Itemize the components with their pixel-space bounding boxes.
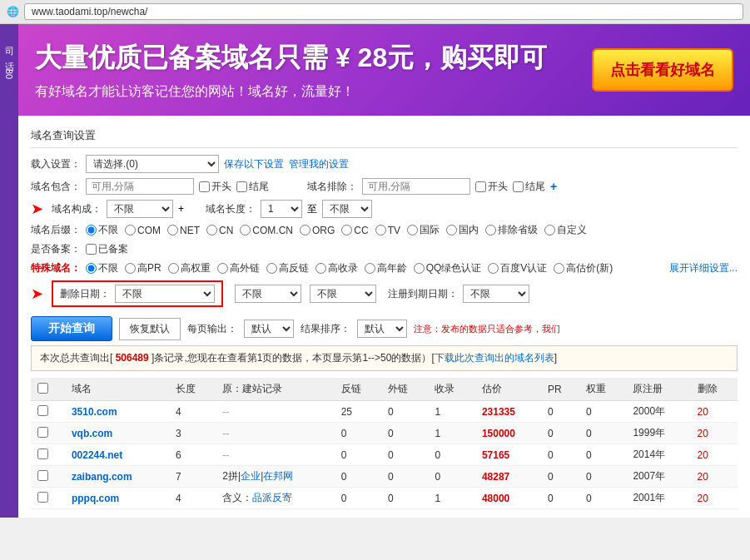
suffix-intl[interactable]: 国际 (407, 223, 440, 237)
archive-checkbox-item[interactable]: 已备案 (86, 242, 128, 256)
end-label: 结尾 (249, 180, 269, 194)
results-table: 域名 长度 原：建站记录 反链 外链 收录 估价 PR 权重 原注册 删除 (31, 378, 738, 509)
load-setting-select[interactable]: 请选择.(0) (86, 155, 219, 173)
col-indexed: 收录 (428, 378, 474, 401)
suffix-radio-unlimited[interactable] (86, 225, 97, 235)
start-checkbox[interactable] (199, 181, 210, 192)
exclude-start-checkbox[interactable] (475, 181, 486, 192)
end-checkbox[interactable] (236, 181, 247, 192)
reset-button[interactable]: 恢复默认 (119, 318, 181, 340)
suffix-radio-no-province[interactable] (485, 225, 496, 235)
special-radio-high-price[interactable] (554, 263, 564, 274)
row-checkbox[interactable] (37, 427, 48, 438)
special-high-price[interactable]: 高估价(新) (554, 261, 613, 275)
suffix-radio-comcn[interactable] (240, 225, 251, 235)
compose-length-row: ➤ 域名构成： 不限 + 域名长度： 1 至 不限 (31, 200, 738, 218)
save-settings-link[interactable]: 保存以下设置 (224, 157, 284, 171)
banner: 大量优质已备案域名只需 ¥ 28元，购买即可 有好域名才能让访客记住您的网站！域… (18, 24, 750, 116)
col3-select[interactable]: 不限 (310, 285, 376, 303)
suffix-no-province[interactable]: 排除省级 (485, 223, 538, 237)
row-price: 48287 (475, 466, 541, 488)
special-unlimited[interactable]: 不限 (86, 261, 118, 275)
start-checkbox-item[interactable]: 开头 (199, 180, 231, 194)
suffix-cc[interactable]: CC (341, 225, 368, 236)
special-high-pr[interactable]: 高PR (125, 261, 161, 275)
row-checkbox[interactable] (37, 448, 48, 459)
per-page-select[interactable]: 默认 (244, 320, 294, 338)
row-length: 7 (169, 466, 216, 488)
suffix-org[interactable]: ORG (300, 225, 335, 236)
special-row: 特殊域名： 不限 高PR 高权重 高外链 高反链 高收录 高年龄 QQ绿色认证 … (31, 261, 738, 275)
download-link[interactable]: 下载此次查询出的域名列表 (435, 352, 554, 364)
record-link-meaning[interactable]: 品派反寄 (252, 492, 292, 503)
manage-settings-link[interactable]: 管理我的设置 (289, 157, 349, 171)
url-bar[interactable]: www.taodami.top/newcha/ (24, 3, 743, 20)
banner-button[interactable]: 点击看看好域名 (592, 48, 733, 92)
archive-row: 是否备案： 已备案 (31, 242, 738, 256)
special-high-backlink[interactable]: 高反链 (266, 261, 309, 275)
special-qq-cert[interactable]: QQ绿色认证 (414, 261, 482, 275)
plus-btn[interactable]: + (550, 180, 557, 193)
special-high-indexed[interactable]: 高收录 (315, 261, 358, 275)
search-button[interactable]: 开始查询 (31, 316, 112, 341)
suffix-net[interactable]: NET (167, 225, 200, 236)
special-radio-high-age[interactable] (365, 263, 375, 274)
delete-date-select[interactable]: 不限 (115, 285, 215, 303)
suffix-com[interactable]: COM (125, 225, 161, 236)
suffix-radio-intl[interactable] (407, 225, 418, 235)
sort-select[interactable]: 默认 (357, 320, 407, 338)
suffix-radio-tv[interactable] (375, 225, 386, 235)
special-high-age[interactable]: 高年龄 (365, 261, 407, 275)
suffix-radio-cc[interactable] (341, 225, 352, 235)
domain-link[interactable]: zaibang.com (72, 471, 132, 483)
suffix-radio-domestic[interactable] (446, 225, 457, 235)
special-radio-high-pr[interactable] (125, 263, 136, 274)
suffix-radio-org[interactable] (300, 225, 310, 235)
suffix-radio-net[interactable] (167, 225, 178, 235)
domain-link[interactable]: pppq.com (72, 493, 119, 504)
suffix-radio-cn[interactable] (206, 225, 217, 235)
special-baidu-cert[interactable]: 百度V认证 (488, 261, 547, 275)
expand-link[interactable]: 展开详细设置... (669, 261, 738, 275)
row-checkbox[interactable] (37, 405, 48, 416)
suffix-comcn[interactable]: COM.CN (240, 225, 293, 236)
exclude-start-item[interactable]: 开头 (475, 180, 508, 194)
col2-select[interactable]: 不限 (235, 285, 301, 303)
length-to-select[interactable]: 不限 (322, 200, 372, 218)
special-radio-high-outlink[interactable] (217, 263, 228, 274)
suffix-tv[interactable]: TV (375, 225, 400, 236)
row-checkbox[interactable] (37, 470, 48, 481)
expire-select[interactable]: 不限 (463, 285, 529, 303)
row-weight: 0 (579, 423, 626, 444)
select-all-checkbox[interactable] (37, 383, 48, 394)
domain-link[interactable]: 3510.com (72, 406, 117, 418)
special-radio-qq-cert[interactable] (414, 263, 425, 274)
special-high-outlink[interactable]: 高外链 (217, 261, 260, 275)
special-radio-high-weight[interactable] (168, 263, 179, 274)
special-radio-high-indexed[interactable] (315, 263, 326, 274)
special-radio-high-backlink[interactable] (266, 263, 277, 274)
length-from-select[interactable]: 1 (261, 200, 302, 218)
special-high-weight[interactable]: 高权重 (168, 261, 211, 275)
suffix-radio-custom[interactable] (544, 225, 555, 235)
include-input[interactable] (86, 178, 194, 195)
suffix-domestic[interactable]: 国内 (446, 223, 479, 237)
exclude-end-checkbox[interactable] (513, 181, 524, 192)
record-link-enterprise[interactable]: 企业 (241, 470, 261, 482)
row-checkbox[interactable] (37, 492, 48, 503)
compose-select[interactable]: 不限 (107, 200, 173, 218)
special-radio-unlimited[interactable] (86, 263, 97, 274)
suffix-cn[interactable]: CN (206, 225, 233, 236)
row-pr: 0 (541, 466, 579, 488)
end-checkbox-item[interactable]: 结尾 (236, 180, 269, 194)
archive-checkbox[interactable] (86, 244, 97, 255)
exclude-input[interactable] (362, 178, 470, 195)
record-link-site[interactable]: 在邦网 (263, 470, 293, 482)
suffix-custom[interactable]: 自定义 (544, 223, 587, 237)
exclude-end-item[interactable]: 结尾 (513, 180, 545, 194)
special-radio-baidu-cert[interactable] (488, 263, 499, 274)
suffix-unlimited[interactable]: 不限 (86, 223, 118, 237)
suffix-radio-com[interactable] (125, 225, 136, 235)
domain-link[interactable]: 002244.net (72, 449, 122, 461)
domain-link[interactable]: vqb.com (72, 428, 112, 439)
